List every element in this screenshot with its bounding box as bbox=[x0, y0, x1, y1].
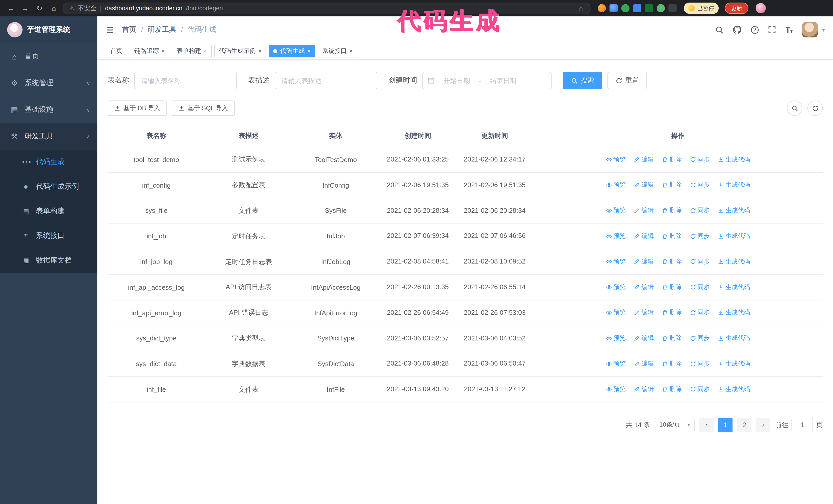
search-button[interactable]: 搜索 bbox=[563, 72, 602, 89]
delete-link[interactable]: 删除 bbox=[662, 283, 682, 291]
forward-icon[interactable]: → bbox=[20, 4, 31, 12]
edit-link[interactable]: 编辑 bbox=[634, 334, 654, 342]
sidebar-item-infrastructure[interactable]: ▦ 基础设施 ∨ bbox=[0, 96, 97, 123]
tab-home[interactable]: 首页 bbox=[105, 45, 127, 57]
delete-link[interactable]: 删除 bbox=[662, 181, 682, 189]
reload-icon[interactable]: ↻ bbox=[34, 4, 45, 12]
edit-link[interactable]: 编辑 bbox=[634, 155, 654, 164]
back-icon[interactable]: ← bbox=[5, 4, 17, 12]
sidebar-item-system-management[interactable]: ⚙ 系统管理 ∨ bbox=[0, 70, 97, 96]
sync-link[interactable]: 同步 bbox=[690, 257, 710, 266]
github-icon[interactable] bbox=[733, 25, 742, 34]
update-button[interactable]: 更新 bbox=[725, 3, 748, 14]
delete-link[interactable]: 删除 bbox=[662, 206, 682, 215]
delete-link[interactable]: 删除 bbox=[662, 308, 682, 317]
sync-link[interactable]: 同步 bbox=[690, 206, 710, 215]
extension-icon[interactable] bbox=[645, 4, 653, 12]
preview-link[interactable]: 预览 bbox=[606, 181, 626, 189]
sidebar-item-system-api[interactable]: ≋ 系统接口 bbox=[0, 223, 97, 248]
font-size-icon[interactable] bbox=[785, 25, 793, 34]
preview-link[interactable]: 预览 bbox=[606, 232, 626, 240]
sync-link[interactable]: 同步 bbox=[690, 308, 710, 317]
goto-page-input[interactable] bbox=[791, 418, 813, 432]
sync-link[interactable]: 同步 bbox=[690, 385, 710, 394]
sidebar-item-db-doc[interactable]: ▦ 数据库文档 bbox=[0, 248, 97, 273]
date-end-input[interactable] bbox=[484, 77, 523, 85]
prev-page-button[interactable]: ‹ bbox=[699, 418, 714, 432]
import-sql-button[interactable]: 基于 SQL 导入 bbox=[172, 100, 235, 116]
generate-code-link[interactable]: 生成代码 bbox=[718, 206, 750, 215]
breadcrumb-dev-tools[interactable]: 研发工具 bbox=[148, 25, 176, 34]
generate-code-link[interactable]: 生成代码 bbox=[718, 155, 750, 164]
extension-icon[interactable] bbox=[633, 4, 641, 12]
generate-code-link[interactable]: 生成代码 bbox=[718, 359, 750, 368]
extension-icon[interactable] bbox=[657, 4, 665, 12]
tab-trace[interactable]: 链路追踪 × bbox=[130, 45, 169, 57]
hamburger-icon[interactable] bbox=[105, 25, 114, 34]
sync-link[interactable]: 同步 bbox=[690, 283, 710, 291]
sidebar-item-home[interactable]: ⌂ 首页 bbox=[0, 43, 97, 70]
refresh-table-button[interactable] bbox=[807, 100, 823, 116]
sidebar-item-form-builder[interactable]: ▤ 表单构建 bbox=[0, 199, 97, 223]
user-avatar[interactable] bbox=[802, 22, 818, 38]
sync-link[interactable]: 同步 bbox=[690, 359, 710, 368]
edit-link[interactable]: 编辑 bbox=[634, 283, 654, 291]
fullscreen-icon[interactable] bbox=[768, 26, 776, 34]
page-button-2[interactable]: 2 bbox=[737, 418, 752, 432]
edit-link[interactable]: 编辑 bbox=[634, 308, 654, 317]
search-icon[interactable] bbox=[715, 25, 724, 34]
tab-form-builder[interactable]: 表单构建 × bbox=[172, 45, 212, 57]
help-icon[interactable] bbox=[751, 25, 759, 34]
sidebar-item-codegen[interactable]: </> 代码生成 bbox=[0, 150, 97, 174]
reset-button[interactable]: 重置 bbox=[608, 72, 647, 89]
delete-link[interactable]: 删除 bbox=[662, 334, 682, 342]
generate-code-link[interactable]: 生成代码 bbox=[718, 385, 750, 394]
browser-profile-avatar[interactable] bbox=[756, 3, 766, 13]
page-size-select[interactable]: 10条/页 ▾ bbox=[655, 418, 695, 432]
preview-link[interactable]: 预览 bbox=[606, 155, 626, 164]
tab-codegen-example[interactable]: 代码生成示例 × bbox=[214, 45, 266, 57]
edit-link[interactable]: 编辑 bbox=[634, 206, 654, 215]
tab-system-api[interactable]: 系统接口 × bbox=[318, 45, 358, 57]
extension-icon[interactable] bbox=[610, 4, 618, 12]
address-bar[interactable]: ⚠ 不安全 | dashboard.yudao.iocoder.cn /tool… bbox=[63, 2, 591, 14]
sync-link[interactable]: 同步 bbox=[690, 155, 710, 164]
delete-link[interactable]: 删除 bbox=[662, 257, 682, 266]
puzzle-extension-icon[interactable] bbox=[668, 4, 677, 12]
delete-link[interactable]: 删除 bbox=[662, 359, 682, 368]
generate-code-link[interactable]: 生成代码 bbox=[718, 308, 750, 317]
edit-link[interactable]: 编辑 bbox=[634, 181, 654, 189]
preview-link[interactable]: 预览 bbox=[606, 359, 626, 368]
extension-icon[interactable] bbox=[621, 4, 629, 12]
close-icon[interactable]: × bbox=[307, 48, 311, 54]
preview-link[interactable]: 预览 bbox=[606, 334, 626, 342]
browser-home-icon[interactable]: ⌂ bbox=[48, 4, 60, 12]
generate-code-link[interactable]: 生成代码 bbox=[718, 257, 750, 266]
edit-link[interactable]: 编辑 bbox=[634, 257, 654, 266]
tab-codegen[interactable]: 代码生成 × bbox=[269, 45, 315, 57]
import-db-button[interactable]: 基于 DB 导入 bbox=[108, 100, 167, 116]
table-desc-input[interactable] bbox=[275, 72, 377, 89]
security-label[interactable]: 不安全 bbox=[78, 4, 96, 13]
bookmark-star-icon[interactable]: ☆ bbox=[578, 4, 584, 12]
generate-code-link[interactable]: 生成代码 bbox=[718, 334, 750, 342]
date-range-picker[interactable]: - bbox=[422, 72, 552, 89]
sidebar-item-dev-tools[interactable]: ⚒ 研发工具 ∧ bbox=[0, 123, 97, 150]
sync-link[interactable]: 同步 bbox=[690, 334, 710, 342]
breadcrumb-home[interactable]: 首页 bbox=[122, 25, 136, 34]
page-button-1[interactable]: 1 bbox=[718, 418, 733, 432]
delete-link[interactable]: 删除 bbox=[662, 232, 682, 240]
delete-link[interactable]: 删除 bbox=[662, 385, 682, 394]
edit-link[interactable]: 编辑 bbox=[634, 385, 654, 394]
preview-link[interactable]: 预览 bbox=[606, 385, 626, 394]
preview-link[interactable]: 预览 bbox=[606, 257, 626, 266]
preview-link[interactable]: 预览 bbox=[606, 283, 626, 291]
edit-link[interactable]: 编辑 bbox=[634, 232, 654, 240]
extension-icon[interactable] bbox=[598, 4, 606, 12]
sync-link[interactable]: 同步 bbox=[690, 232, 710, 240]
close-icon[interactable]: × bbox=[258, 48, 262, 54]
generate-code-link[interactable]: 生成代码 bbox=[718, 181, 750, 189]
sidebar-item-codegen-example[interactable]: ◈ 代码生成示例 bbox=[0, 174, 97, 199]
close-icon[interactable]: × bbox=[162, 48, 165, 54]
caret-down-icon[interactable]: ▾ bbox=[822, 27, 825, 32]
